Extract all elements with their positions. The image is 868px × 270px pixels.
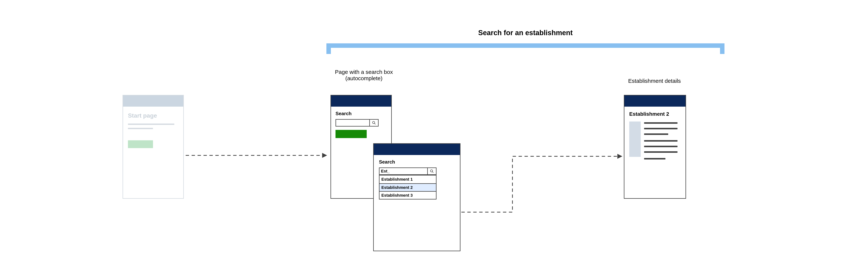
details-line bbox=[644, 158, 665, 160]
details-title: Establishment 2 bbox=[629, 111, 681, 117]
svg-line-1 bbox=[374, 124, 376, 125]
search-caption-line2: (autocomplete) bbox=[319, 75, 408, 81]
search-input-empty[interactable] bbox=[336, 119, 379, 127]
autocomplete-item[interactable]: Establishment 3 bbox=[379, 191, 436, 199]
autocomplete-label: Search bbox=[379, 159, 455, 165]
svg-line-3 bbox=[432, 172, 434, 173]
autocomplete-input[interactable]: Est_ bbox=[379, 167, 436, 175]
autocomplete-input-field[interactable]: Est_ bbox=[379, 168, 427, 174]
search-submit-button[interactable] bbox=[336, 130, 367, 138]
autocomplete-item-selected[interactable]: Establishment 2 bbox=[379, 183, 436, 191]
mut-line bbox=[128, 128, 153, 129]
search-icon bbox=[430, 169, 434, 173]
start-page-title: Start page bbox=[128, 112, 179, 119]
autocomplete-topbar bbox=[374, 144, 460, 155]
start-page-button[interactable] bbox=[128, 140, 153, 148]
search-page-label: Search bbox=[336, 111, 387, 116]
details-card: Establishment 2 bbox=[624, 95, 686, 199]
search-input-field[interactable] bbox=[336, 120, 369, 126]
arrow-autocomplete-to-details bbox=[461, 156, 622, 212]
details-line bbox=[644, 128, 678, 129]
details-caption: Establishment details bbox=[613, 78, 696, 84]
search-caption: Page with a search box (autocomplete) bbox=[319, 69, 408, 81]
details-topbar bbox=[624, 96, 685, 107]
svg-point-0 bbox=[372, 121, 375, 124]
svg-point-2 bbox=[430, 170, 433, 172]
mut-line bbox=[128, 124, 174, 125]
start-page-card: Start page bbox=[123, 95, 184, 199]
details-line bbox=[644, 122, 678, 124]
details-thumbnail bbox=[629, 122, 641, 157]
details-line bbox=[644, 151, 678, 153]
autocomplete-list: Establishment 1 Establishment 2 Establis… bbox=[379, 175, 436, 199]
search-page-topbar bbox=[331, 96, 391, 107]
search-icon bbox=[372, 121, 376, 125]
autocomplete-item[interactable]: Establishment 1 bbox=[379, 176, 436, 183]
start-page-topbar bbox=[123, 96, 183, 107]
details-line bbox=[644, 146, 678, 147]
autocomplete-search-button[interactable] bbox=[428, 168, 436, 174]
details-line bbox=[644, 140, 678, 142]
autocomplete-card: Search Est_ Establishment 1 Establishmen… bbox=[373, 143, 461, 251]
details-line bbox=[644, 133, 668, 135]
bracket-title: Search for an establishment bbox=[329, 29, 722, 37]
bracket bbox=[329, 46, 722, 54]
search-button[interactable] bbox=[370, 120, 378, 126]
search-caption-line1: Page with a search box bbox=[319, 69, 408, 75]
